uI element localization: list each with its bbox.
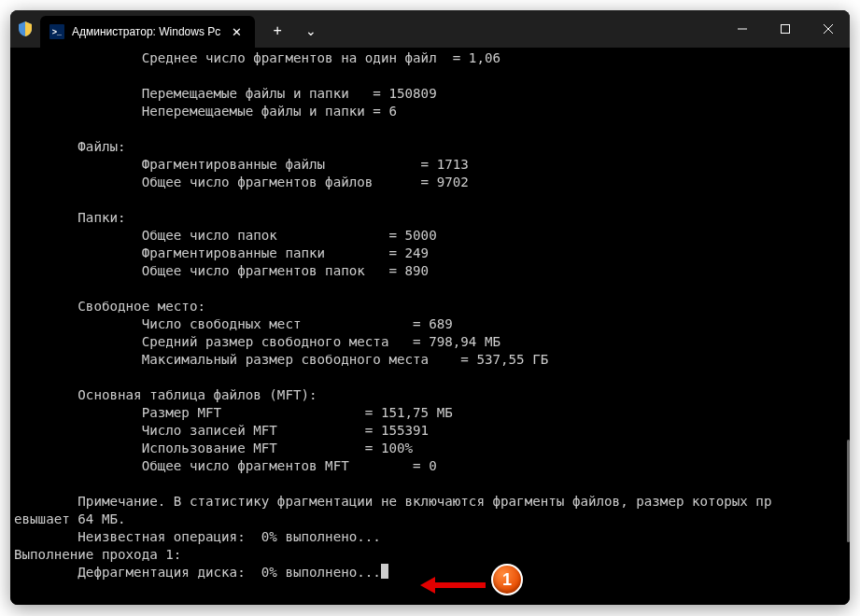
powershell-icon: >_ <box>49 24 64 39</box>
terminal-output[interactable]: Среднее число фрагментов на один файл = … <box>10 48 847 605</box>
new-tab-button[interactable]: + <box>262 16 292 46</box>
maximize-button[interactable] <box>764 10 807 48</box>
active-tab[interactable]: >_ Администратор: Windows Pc ✕ <box>40 16 255 48</box>
titlebar: >_ Администратор: Windows Pc ✕ + ⌄ <box>10 10 850 48</box>
tab-actions: + ⌄ <box>255 10 326 48</box>
tab-close-button[interactable]: ✕ <box>228 23 246 41</box>
svg-rect-1 <box>782 25 790 34</box>
scrollbar-track[interactable] <box>847 48 850 605</box>
tab-title: Администратор: Windows Pc <box>72 25 220 38</box>
window-close-button[interactable] <box>807 10 850 48</box>
window-controls <box>721 10 850 48</box>
terminal-window: >_ Администратор: Windows Pc ✕ + ⌄ Средн… <box>10 10 850 605</box>
text-cursor <box>381 564 388 579</box>
tab-dropdown-button[interactable]: ⌄ <box>296 16 326 46</box>
titlebar-drag-area[interactable] <box>326 10 721 48</box>
scrollbar-thumb[interactable] <box>847 440 850 542</box>
minimize-button[interactable] <box>721 10 764 48</box>
admin-shield-icon <box>10 10 40 48</box>
